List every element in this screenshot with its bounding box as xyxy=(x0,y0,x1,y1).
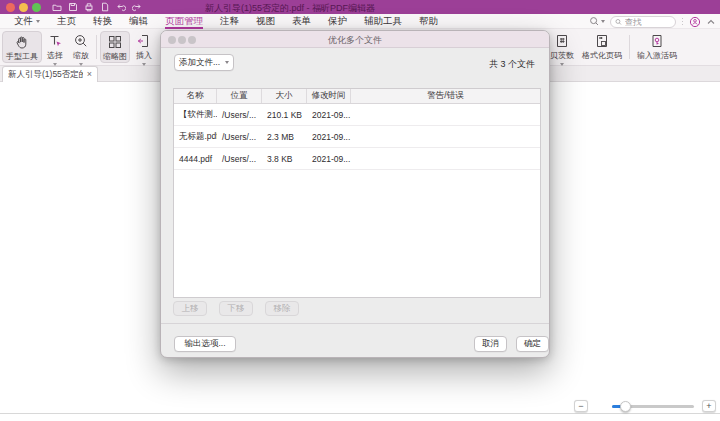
dialog-divider xyxy=(161,323,549,324)
close-window-button[interactable] xyxy=(6,3,15,12)
select-icon xyxy=(47,33,63,49)
toolbar-item-format-page-number[interactable]: 格式化页码 xyxy=(579,31,625,63)
menubar-right-controls xyxy=(589,14,717,29)
toolbar-item-zoom[interactable]: 缩放 xyxy=(68,31,94,63)
col-name[interactable]: 名称 xyxy=(174,89,217,103)
table-header: 名称 位置 大小 修改时间 警告/错误 xyxy=(174,89,540,104)
menu-view[interactable]: 视图 xyxy=(256,14,275,29)
minimize-window-button[interactable] xyxy=(19,3,28,12)
toolbar-item-bates-number[interactable]: 贝茨数 xyxy=(545,31,579,63)
hand-icon xyxy=(14,34,30,50)
file-table[interactable]: 名称 位置 大小 修改时间 警告/错误 【软件测... /Users/... 2… xyxy=(173,88,541,298)
document-icon[interactable] xyxy=(100,2,110,12)
open-file-icon[interactable] xyxy=(52,2,62,12)
more-icon[interactable] xyxy=(681,18,685,26)
thumbnail-grid-icon xyxy=(107,34,123,50)
menu-home[interactable]: 主页 xyxy=(57,14,76,29)
remove-button[interactable]: 移除 xyxy=(265,301,299,316)
insert-page-icon xyxy=(136,33,152,49)
add-files-button[interactable]: 添加文件... xyxy=(174,54,234,71)
save-icon[interactable] xyxy=(68,2,78,12)
toolbar-item-activation-code[interactable]: 输入激活码 xyxy=(633,31,681,63)
output-options-button[interactable]: 输出选项... xyxy=(174,336,236,352)
activation-code-icon xyxy=(649,33,665,49)
menu-form[interactable]: 表单 xyxy=(292,14,311,29)
zoom-out-button[interactable]: − xyxy=(574,400,588,412)
collapse-toolbar-icon[interactable] xyxy=(706,18,716,26)
zoom-control: − + xyxy=(560,398,720,413)
zoom-slider-handle[interactable] xyxy=(620,401,631,412)
menu-convert[interactable]: 转换 xyxy=(93,14,112,29)
optimize-files-dialog: 优化多个文件 添加文件... 共 3 个文件 名称 位置 大小 修改时间 警告/… xyxy=(160,30,550,358)
menu-comment[interactable]: 注释 xyxy=(220,14,239,29)
toolbar-item-select[interactable]: 选择 xyxy=(42,31,68,63)
titlebar: 新人引导(1)55否定的.pdf - 福昕PDF编辑器 xyxy=(0,0,720,14)
bates-number-icon xyxy=(554,33,570,49)
menu-accessibility[interactable]: 辅助工具 xyxy=(364,14,402,29)
col-warnings[interactable]: 警告/错误 xyxy=(351,89,540,103)
toolbar-item-hand-tool[interactable]: 手型工具 xyxy=(2,31,42,63)
table-row[interactable]: 无标题.pdf /Users/... 2.3 MB 2021-09... xyxy=(174,126,540,148)
menu-help[interactable]: 帮助 xyxy=(419,14,438,29)
col-size[interactable]: 大小 xyxy=(262,89,307,103)
chevron-down-icon xyxy=(36,20,40,23)
statusbar-divider xyxy=(0,413,720,414)
zoom-icon xyxy=(73,33,89,49)
toolbar-separator xyxy=(629,35,630,59)
dialog-title: 优化多个文件 xyxy=(161,34,549,47)
move-buttons: 上移 下移 移除 xyxy=(173,301,299,316)
move-up-button[interactable]: 上移 xyxy=(173,301,207,316)
print-icon[interactable] xyxy=(84,2,94,12)
move-down-button[interactable]: 下移 xyxy=(219,301,253,316)
fullscreen-window-button[interactable] xyxy=(32,3,41,12)
menubar: 文件 主页 转换 编辑 页面管理 注释 视图 表单 保护 辅助工具 帮助 xyxy=(0,14,720,29)
tab-title: 新人引导(1)55否定的... xyxy=(8,69,83,81)
toolbar-item-thumbnail[interactable]: 缩略图 xyxy=(100,31,130,63)
search-icon xyxy=(615,18,622,26)
table-row[interactable]: 4444.pdf /Users/... 3.8 KB 2021-09... xyxy=(174,148,540,170)
toolbar-separator xyxy=(96,35,97,59)
menu-file[interactable]: 文件 xyxy=(14,14,40,29)
menu-protect[interactable]: 保护 xyxy=(328,14,347,29)
account-icon[interactable] xyxy=(689,16,701,28)
file-count-label: 共 3 个文件 xyxy=(489,58,535,71)
chevron-down-icon xyxy=(225,61,229,64)
window-title: 新人引导(1)55否定的.pdf - 福昕PDF编辑器 xyxy=(120,2,460,15)
menu-page-management[interactable]: 页面管理 xyxy=(165,14,203,29)
dialog-titlebar[interactable]: 优化多个文件 xyxy=(161,31,549,48)
search-options-icon[interactable] xyxy=(589,16,605,27)
toolbar-item-insert[interactable]: 插入 xyxy=(131,31,157,63)
col-modified[interactable]: 修改时间 xyxy=(307,89,351,103)
cancel-button[interactable]: 取消 xyxy=(474,336,507,352)
menu-edit[interactable]: 编辑 xyxy=(129,14,148,29)
close-tab-icon[interactable]: × xyxy=(87,70,92,79)
document-tab[interactable]: 新人引导(1)55否定的... × xyxy=(2,66,98,82)
search-field[interactable] xyxy=(610,16,676,28)
col-location[interactable]: 位置 xyxy=(217,89,262,103)
search-input[interactable] xyxy=(625,17,671,27)
ok-button[interactable]: 确定 xyxy=(516,336,549,352)
app-window: 新人引导(1)55否定的.pdf - 福昕PDF编辑器 文件 主页 转换 编辑 … xyxy=(0,0,720,421)
zoom-in-button[interactable]: + xyxy=(702,400,716,412)
format-page-number-icon xyxy=(594,33,610,49)
menu-items: 文件 主页 转换 编辑 页面管理 注释 视图 表单 保护 辅助工具 帮助 xyxy=(14,14,438,29)
table-row[interactable]: 【软件测... /Users/... 210.1 KB 2021-09... xyxy=(174,104,540,126)
